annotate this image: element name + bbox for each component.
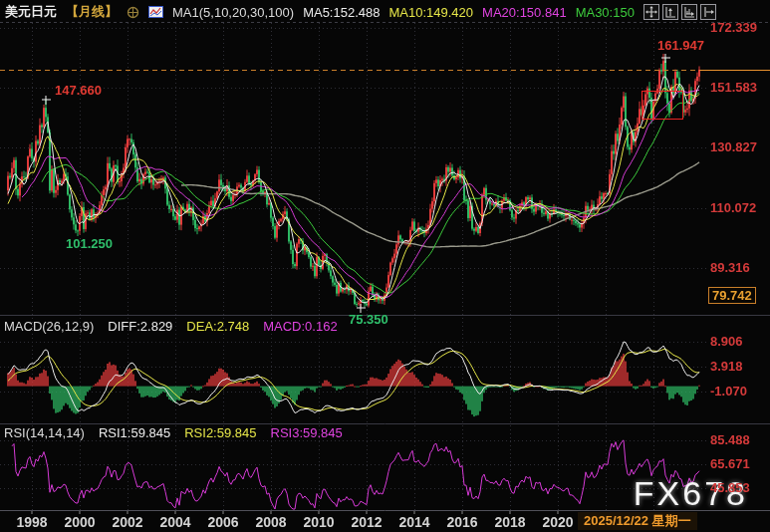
rsi1-value: RSI1:59.845: [99, 425, 170, 440]
year-label: 2010: [299, 514, 339, 530]
symbol-name: 美元日元: [5, 3, 57, 21]
year-label: 2018: [490, 514, 530, 530]
macd-dea-value: DEA:2.748: [186, 319, 249, 334]
price-axis-label: 110.072: [710, 200, 768, 215]
rsi-axis-label: 45.853: [710, 480, 768, 495]
macd-axis-label: -1.070: [710, 384, 768, 399]
rsi-axis-label: 65.671: [710, 456, 768, 471]
macd-diff-value: DIFF:2.829: [108, 319, 172, 334]
pan-icon[interactable]: [643, 4, 659, 20]
chart-canvas[interactable]: [0, 0, 770, 532]
annotation-2011-low: 75.350: [349, 312, 388, 327]
target-icon[interactable]: [127, 6, 139, 19]
annotation-2024-high: 161.947: [657, 38, 704, 53]
price-axis-bottom-label: 79.742: [708, 287, 756, 304]
macd-label-row: MACD(26,12,9) DIFF:2.829 DEA:2.748 MACD:…: [4, 319, 338, 334]
ma10-value: MA10:149.420: [388, 5, 473, 20]
price-axis-label: 89.316: [710, 260, 768, 275]
year-label: 2012: [347, 514, 386, 530]
chart-toolbar: [643, 4, 716, 20]
price-axis-label: 172.339: [710, 20, 768, 35]
chart-header: 美元日元 【月线】 MA1(5,10,20,30,100) MA5:152.48…: [0, 0, 770, 22]
year-label: 1998: [12, 514, 52, 530]
macd-axis-label: 3.918: [710, 359, 768, 374]
rsi-label-row: RSI(14,14,14) RSI1:59.845 RSI2:59.845 RS…: [4, 425, 343, 440]
rsi2-value: RSI2:59.845: [184, 425, 256, 440]
chart-type-icon[interactable]: [148, 6, 163, 18]
year-label: 2020: [538, 514, 578, 530]
period-label: 【月线】: [66, 3, 118, 21]
ma-settings-label: MA1(5,10,20,30,100): [172, 5, 294, 20]
year-label: 2016: [442, 514, 482, 530]
year-label: 2008: [251, 514, 291, 530]
price-axis-label: 151.583: [710, 80, 768, 95]
year-label: 2006: [203, 514, 243, 530]
annotation-1998-high: 147.660: [55, 83, 102, 98]
year-label: 2002: [108, 514, 147, 530]
macd-axis-label: 8.906: [710, 334, 768, 349]
ma30-value: MA30:150: [576, 5, 635, 20]
ma5-value: MA5:152.488: [303, 5, 380, 20]
price-axis-label: 130.827: [710, 139, 768, 154]
current-date-badge: 2025/12/22 星期一: [578, 512, 697, 530]
year-label: 2014: [394, 514, 434, 530]
axis-zoom-horizontal-icon[interactable]: [681, 4, 697, 20]
macd-value: MACD:0.162: [263, 319, 337, 334]
ma20-value: MA20:150.841: [482, 5, 567, 20]
rsi-axis-label: 85.488: [710, 432, 768, 447]
rsi-params: RSI(14,14,14): [4, 425, 85, 440]
year-label: 2000: [60, 514, 100, 530]
axis-zoom-vertical-icon[interactable]: [662, 4, 678, 20]
macd-params: MACD(26,12,9): [4, 319, 94, 334]
rsi3-value: RSI3:59.845: [271, 425, 343, 440]
time-axis[interactable]: 2025/12/22 星期一 1998200020022004200620082…: [0, 511, 770, 532]
annotation-1999-low: 101.250: [66, 236, 113, 251]
year-label: 2004: [155, 514, 195, 530]
pane-expand-icon[interactable]: [700, 4, 716, 20]
